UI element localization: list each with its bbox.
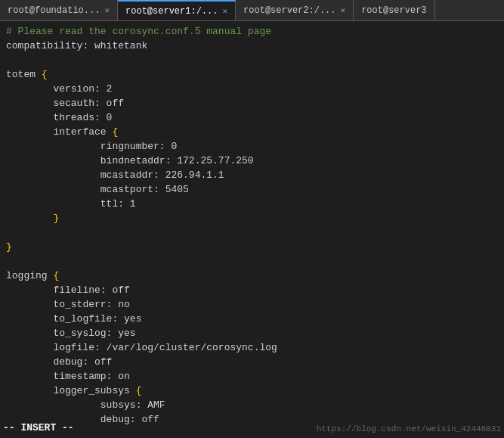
editor-line bbox=[6, 53, 498, 67]
tab-2[interactable]: root@server1:/... ✕ bbox=[118, 0, 236, 20]
editor-line: fileline: off bbox=[6, 283, 498, 297]
editor-line: to_syslog: yes bbox=[6, 326, 498, 340]
editor-line: # Please read the corosync.conf.5 manual… bbox=[6, 24, 498, 39]
tab-4[interactable]: root@server3 bbox=[354, 0, 434, 20]
editor-line: version: 2 bbox=[6, 82, 498, 96]
status-bar: -- INSERT -- bbox=[3, 422, 74, 433]
tab-3-label: root@server2:/... bbox=[243, 5, 335, 16]
editor-line: debug: off bbox=[6, 355, 498, 369]
editor-line: logfile: /var/log/cluster/corosync.log bbox=[6, 340, 498, 355]
editor-line: to_logfile: yes bbox=[6, 312, 498, 326]
editor-line: mcastport: 5405 bbox=[6, 182, 498, 197]
editor-line: compatibility: whitetank bbox=[6, 39, 498, 53]
editor-line: timestamp: on bbox=[6, 369, 498, 384]
editor-line bbox=[6, 225, 498, 240]
tab-2-label: root@server1:/... bbox=[125, 6, 218, 17]
tab-1-label: root@foundatio... bbox=[8, 5, 100, 16]
editor-content: # Please read the corosync.conf.5 manual… bbox=[6, 24, 498, 438]
editor-line bbox=[6, 254, 498, 269]
editor-line: totem { bbox=[6, 67, 498, 82]
tab-1[interactable]: root@foundatio... ✕ bbox=[0, 0, 118, 20]
tab-2-close[interactable]: ✕ bbox=[222, 6, 227, 16]
editor-line: ringnumber: 0 bbox=[6, 139, 498, 154]
editor-area[interactable]: # Please read the corosync.conf.5 manual… bbox=[0, 21, 504, 438]
tab-4-label: root@server3 bbox=[361, 5, 426, 16]
tab-3-close[interactable]: ✕ bbox=[341, 5, 346, 15]
editor-line: to_stderr: no bbox=[6, 297, 498, 312]
editor-line: mcastaddr: 226.94.1.1 bbox=[6, 168, 498, 182]
editor-line: secauth: off bbox=[6, 96, 498, 110]
editor-line: } bbox=[6, 211, 498, 225]
editor-line: logging { bbox=[6, 269, 498, 283]
tab-3[interactable]: root@server2:/... ✕ bbox=[236, 0, 354, 20]
editor-line: interface { bbox=[6, 125, 498, 139]
editor-line: ttl: 1 bbox=[6, 197, 498, 211]
editor-line: threads: 0 bbox=[6, 110, 498, 125]
editor-line: logger_subsys { bbox=[6, 384, 498, 398]
editor-line: } bbox=[6, 240, 498, 254]
tab-bar: root@foundatio... ✕ root@server1:/... ✕ … bbox=[0, 0, 504, 21]
tab-1-close[interactable]: ✕ bbox=[104, 5, 110, 15]
watermark: https://blog.csdn.net/weixin_42446031 bbox=[317, 424, 501, 433]
editor-line: bindnetaddr: 172.25.77.250 bbox=[6, 154, 498, 168]
editor-line: subsys: AMF bbox=[6, 398, 498, 412]
